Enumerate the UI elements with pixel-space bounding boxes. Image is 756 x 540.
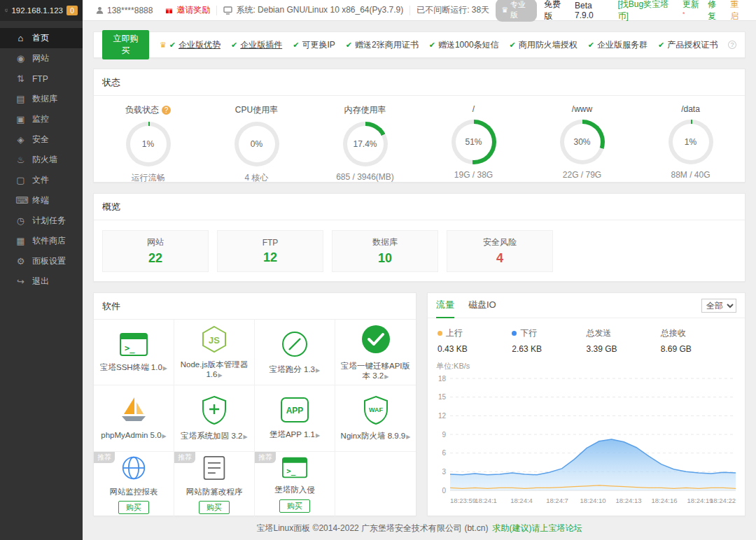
crown-icon: ♛ bbox=[501, 6, 508, 15]
footer-forum-link[interactable]: 求助(建议)请上宝塔论坛 bbox=[492, 523, 582, 534]
status-title: 状态 bbox=[94, 69, 745, 96]
chevron-right-icon: ▶ bbox=[218, 372, 222, 378]
sidebar-item-label: 面板设置 bbox=[32, 255, 66, 267]
app-site-report[interactable]: 推荐网站监控报表购买 bbox=[94, 452, 174, 518]
app-migrate-api[interactable]: 宝塔一键迁移API版本 3.2▶ bbox=[335, 320, 416, 385]
promo-item-label: 赠送2张商用证书 bbox=[355, 39, 419, 51]
server-ip: 192.168.1.123 bbox=[11, 6, 63, 15]
promo-items: ♛✔企业版优势✔企业版插件✔可更换IP✔赠送2张商用证书✔赠送1000条短信✔商… bbox=[160, 39, 718, 51]
app-name: 宝塔SSH终端 1.0▶ bbox=[100, 362, 167, 372]
sidebar-item-label: 网站 bbox=[32, 52, 49, 64]
sidebar-item-firewall[interactable]: ♨防火墙 bbox=[0, 150, 83, 170]
sidebar-item-files[interactable]: ▢文件 bbox=[0, 170, 83, 190]
bug-bounty-link[interactable]: [找Bug奖宝塔币] bbox=[617, 0, 676, 22]
promo-item-sms-gift[interactable]: ✔赠送1000条短信 bbox=[429, 39, 499, 51]
legend-up: 上行0.43 KB bbox=[438, 327, 512, 354]
buy-button-tamper-proof[interactable]: 购买 bbox=[199, 501, 230, 514]
app-ssh-terminal[interactable]: >_宝塔SSH终端 1.0▶ bbox=[94, 320, 174, 385]
sidebar-item-label: 软件商店 bbox=[32, 235, 66, 247]
account-phone[interactable]: 138****8888 bbox=[90, 6, 159, 15]
check-icon: ✔ bbox=[346, 41, 352, 50]
help-icon[interactable]: ? bbox=[162, 106, 171, 115]
svg-text:18:24:10: 18:24:10 bbox=[580, 497, 606, 504]
promo-item-product-cert[interactable]: ✔产品授权证书 bbox=[658, 39, 718, 51]
recommend-tag: 推荐 bbox=[255, 452, 276, 463]
sidebar-item-logout[interactable]: ↪退出 bbox=[0, 271, 83, 292]
overview-box-database[interactable]: 数据库10 bbox=[332, 230, 438, 272]
overview-box-sites[interactable]: 网站22 bbox=[102, 230, 209, 272]
app-tamper-proof[interactable]: 推荐网站防篡改程序购买 bbox=[174, 452, 255, 518]
overview-boxes: 网站22FTP12数据库10安全风险4 bbox=[94, 220, 745, 272]
buy-button-site-report[interactable]: 购买 bbox=[118, 501, 149, 514]
app-system-harden[interactable]: 宝塔系统加固 3.2▶ bbox=[174, 385, 255, 451]
promo-item-cert-gift[interactable]: ✔赠送2张商用证书 bbox=[346, 39, 419, 51]
app-benchmark[interactable]: 宝塔跑分 1.3▶ bbox=[255, 320, 335, 385]
app-name: 堡塔APP 1.1▶ bbox=[270, 429, 320, 439]
tab-traffic[interactable]: 流量 bbox=[436, 293, 454, 318]
buy-button-intrusion-defense[interactable]: 购买 bbox=[279, 499, 310, 513]
overview-box-risks[interactable]: 安全风险4 bbox=[447, 230, 553, 272]
promo-item-ent-plugins[interactable]: ✔企业版插件 bbox=[231, 39, 282, 51]
promo-item-waf-license[interactable]: ✔商用防火墙授权 bbox=[510, 39, 578, 51]
traffic-legend: 上行0.43 KB下行2.63 KB总发送3.39 GB总接收8.69 GB bbox=[428, 318, 745, 355]
app-nodejs-manager[interactable]: JSNode.js版本管理器 1.6▶ bbox=[174, 320, 255, 385]
intrusion-icon: >_ bbox=[282, 457, 307, 481]
sidebar-item-label: 防火墙 bbox=[32, 154, 57, 166]
gauge-title-label: / bbox=[472, 104, 475, 114]
svg-text:3: 3 bbox=[442, 468, 446, 476]
promo-item-ent-advantage[interactable]: ♛✔企业版优势 bbox=[160, 39, 220, 51]
promo-item-change-ip[interactable]: ✔可更换IP bbox=[293, 39, 335, 51]
app-nginx-waf[interactable]: WAFNginx防火墙 8.9.9▶ bbox=[335, 385, 416, 451]
app-bt-app[interactable]: APP堡塔APP 1.1▶ bbox=[255, 385, 335, 451]
server-icon bbox=[5, 6, 8, 15]
app-cell-empty bbox=[335, 452, 416, 518]
sidebar-item-appstore[interactable]: ▦软件商店 bbox=[0, 231, 83, 251]
status-panel: 状态 负载状态?1%运行流畅CPU使用率0%4 核心内存使用率17.4%685 … bbox=[93, 69, 746, 183]
sidebar: 192.168.1.123 0 ⌂首页◉网站⇅FTP▤数据库▣监控◈安全♨防火墙… bbox=[0, 0, 83, 540]
svg-text:18:24:4: 18:24:4 bbox=[510, 497, 533, 504]
ftp-icon: ⇅ bbox=[15, 73, 26, 84]
buy-now-button[interactable]: 立即购买 bbox=[102, 30, 149, 59]
restart-button[interactable]: 重启 bbox=[730, 0, 746, 22]
legend-dot-icon bbox=[438, 331, 442, 336]
gauge-disk-data: /data1%88M / 40G bbox=[636, 104, 745, 184]
sidebar-item-cron[interactable]: ◷计划任务 bbox=[0, 211, 83, 231]
firewall-icon: ♨ bbox=[15, 155, 26, 165]
terminal-icon: ⌨ bbox=[15, 195, 26, 206]
legend-total-recv: 总接收8.69 GB bbox=[661, 327, 735, 354]
traffic-filter-select[interactable]: 全部 bbox=[701, 299, 736, 313]
sidebar-item-sites[interactable]: ◉网站 bbox=[0, 48, 83, 69]
overview-box-value: 22 bbox=[148, 251, 162, 266]
recommend-tag: 推荐 bbox=[94, 452, 115, 463]
overview-panel: 概览 网站22FTP12数据库10安全风险4 bbox=[93, 193, 746, 282]
sidebar-item-security[interactable]: ◈安全 bbox=[0, 129, 83, 150]
sidebar-item-terminal[interactable]: ⌨终端 bbox=[0, 190, 83, 211]
monitor-icon bbox=[223, 6, 232, 15]
sidebar-item-database[interactable]: ▤数据库 bbox=[0, 89, 83, 109]
sidebar-item-home[interactable]: ⌂首页 bbox=[0, 28, 83, 48]
sidebar-item-ftp[interactable]: ⇅FTP bbox=[0, 69, 83, 89]
sidebar-item-settings[interactable]: ⚙面板设置 bbox=[0, 251, 83, 271]
promo-item-ent-group[interactable]: ✔企业版服务群 bbox=[588, 39, 648, 51]
message-count-badge[interactable]: 0 bbox=[66, 6, 78, 15]
app-icon: APP bbox=[280, 397, 309, 425]
legend-label: 下行 bbox=[512, 327, 586, 339]
repair-button[interactable]: 修复 bbox=[708, 0, 724, 22]
legend-label-text: 总接收 bbox=[661, 327, 686, 339]
sidebar-item-label: 监控 bbox=[32, 113, 49, 125]
report-icon bbox=[121, 455, 146, 483]
app-intrusion-defense[interactable]: 推荐>_堡塔防入侵购买 bbox=[255, 452, 335, 518]
app-phpmyadmin[interactable]: phpMyAdmin 5.0▶ bbox=[94, 385, 174, 451]
invite-reward-link[interactable]: 邀请奖励 bbox=[159, 4, 216, 16]
promo-indicator-icon[interactable]: ? bbox=[728, 41, 736, 49]
sidebar-item-monitor[interactable]: ▣监控 bbox=[0, 109, 83, 129]
legend-value: 3.39 GB bbox=[587, 344, 661, 354]
update-button[interactable]: 更新* bbox=[682, 0, 701, 22]
app-name: Nginx防火墙 8.9.9▶ bbox=[341, 431, 411, 441]
pro-version-badge[interactable]: ♛ 专业版 bbox=[496, 0, 537, 22]
check-icon: ✔ bbox=[588, 41, 594, 50]
phpmyadmin-icon bbox=[119, 396, 148, 426]
overview-box-ftp[interactable]: FTP12 bbox=[217, 230, 323, 272]
gauge-title: / bbox=[472, 104, 475, 114]
tab-disk-io[interactable]: 磁盘IO bbox=[468, 293, 496, 318]
